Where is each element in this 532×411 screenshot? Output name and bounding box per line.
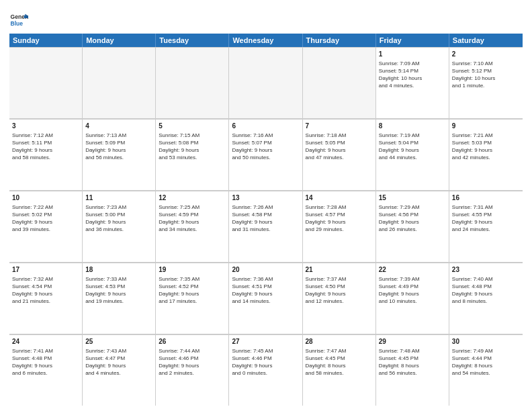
calendar: SundayMondayTuesdayWednesdayThursdayFrid…: [9, 34, 523, 406]
weekday-header: Monday: [83, 34, 156, 47]
day-number: 19: [159, 265, 226, 275]
day-info: Sunrise: 7:23 AM Sunset: 5:00 PM Dayligh…: [85, 203, 152, 234]
calendar-row: 24Sunrise: 7:41 AM Sunset: 4:48 PM Dayli…: [9, 334, 523, 406]
weekday-header: Tuesday: [156, 34, 229, 47]
day-info: Sunrise: 7:29 AM Sunset: 4:56 PM Dayligh…: [379, 203, 446, 234]
day-info: Sunrise: 7:44 AM Sunset: 4:46 PM Dayligh…: [159, 347, 226, 377]
calendar-cell: 8Sunrise: 7:19 AM Sunset: 5:04 PM Daylig…: [376, 120, 449, 190]
day-info: Sunrise: 7:37 AM Sunset: 4:50 PM Dayligh…: [306, 275, 373, 306]
day-number: 9: [452, 122, 520, 131]
day-number: 13: [232, 193, 299, 203]
day-info: Sunrise: 7:09 AM Sunset: 5:14 PM Dayligh…: [379, 60, 446, 90]
day-info: Sunrise: 7:40 AM Sunset: 4:48 PM Dayligh…: [452, 275, 520, 306]
day-number: 22: [379, 265, 446, 275]
day-number: 8: [379, 122, 446, 131]
calendar-cell: 1Sunrise: 7:09 AM Sunset: 5:14 PM Daylig…: [376, 48, 449, 118]
calendar-cell: 25Sunrise: 7:43 AM Sunset: 4:47 PM Dayli…: [83, 335, 156, 406]
calendar-cell: 5Sunrise: 7:15 AM Sunset: 5:08 PM Daylig…: [156, 120, 229, 190]
day-info: Sunrise: 7:28 AM Sunset: 4:57 PM Dayligh…: [306, 203, 373, 234]
day-number: 14: [306, 193, 373, 203]
weekday-header: Friday: [376, 34, 449, 47]
calendar-cell: 15Sunrise: 7:29 AM Sunset: 4:56 PM Dayli…: [376, 191, 449, 262]
calendar-cell: 13Sunrise: 7:26 AM Sunset: 4:58 PM Dayli…: [229, 191, 302, 262]
day-number: 1: [379, 50, 446, 59]
calendar-cell: [9, 48, 83, 118]
calendar-cell: 7Sunrise: 7:18 AM Sunset: 5:05 PM Daylig…: [303, 120, 376, 190]
calendar-cell: 9Sunrise: 7:21 AM Sunset: 5:03 PM Daylig…: [449, 120, 523, 190]
calendar-cell: 3Sunrise: 7:12 AM Sunset: 5:11 PM Daylig…: [9, 120, 83, 190]
day-number: 10: [12, 193, 79, 203]
calendar-cell: [303, 48, 376, 118]
day-info: Sunrise: 7:32 AM Sunset: 4:54 PM Dayligh…: [12, 275, 79, 306]
calendar-row: 17Sunrise: 7:32 AM Sunset: 4:54 PM Dayli…: [9, 263, 523, 334]
day-info: Sunrise: 7:48 AM Sunset: 4:45 PM Dayligh…: [379, 347, 446, 377]
day-number: 24: [12, 337, 79, 347]
day-info: Sunrise: 7:41 AM Sunset: 4:48 PM Dayligh…: [12, 347, 79, 377]
day-info: Sunrise: 7:18 AM Sunset: 5:05 PM Dayligh…: [306, 132, 373, 162]
day-number: 18: [85, 265, 152, 275]
day-info: Sunrise: 7:21 AM Sunset: 5:03 PM Dayligh…: [452, 132, 520, 162]
day-info: Sunrise: 7:43 AM Sunset: 4:47 PM Dayligh…: [85, 347, 152, 377]
calendar-cell: 23Sunrise: 7:40 AM Sunset: 4:48 PM Dayli…: [449, 263, 523, 334]
day-info: Sunrise: 7:13 AM Sunset: 5:09 PM Dayligh…: [85, 132, 152, 162]
day-info: Sunrise: 7:36 AM Sunset: 4:51 PM Dayligh…: [232, 275, 299, 306]
day-info: Sunrise: 7:16 AM Sunset: 5:07 PM Dayligh…: [232, 132, 299, 162]
day-info: Sunrise: 7:22 AM Sunset: 5:02 PM Dayligh…: [12, 203, 79, 234]
day-number: 26: [159, 337, 226, 347]
day-number: 2: [452, 50, 520, 59]
calendar-row: 1Sunrise: 7:09 AM Sunset: 5:14 PM Daylig…: [9, 47, 523, 119]
calendar-cell: 19Sunrise: 7:35 AM Sunset: 4:52 PM Dayli…: [156, 263, 229, 334]
weekday-header: Sunday: [9, 34, 83, 47]
day-number: 21: [306, 265, 373, 275]
day-number: 28: [306, 337, 373, 347]
day-info: Sunrise: 7:33 AM Sunset: 4:53 PM Dayligh…: [85, 275, 152, 306]
calendar-cell: 2Sunrise: 7:10 AM Sunset: 5:12 PM Daylig…: [449, 48, 523, 118]
day-info: Sunrise: 7:47 AM Sunset: 4:45 PM Dayligh…: [306, 347, 373, 377]
day-info: Sunrise: 7:10 AM Sunset: 5:12 PM Dayligh…: [452, 60, 520, 90]
day-number: 6: [232, 122, 299, 131]
day-number: 29: [379, 337, 446, 347]
calendar-cell: 12Sunrise: 7:25 AM Sunset: 4:59 PM Dayli…: [156, 191, 229, 262]
calendar-row: 10Sunrise: 7:22 AM Sunset: 5:02 PM Dayli…: [9, 191, 523, 263]
calendar-cell: 29Sunrise: 7:48 AM Sunset: 4:45 PM Dayli…: [376, 335, 449, 406]
calendar-cell: 18Sunrise: 7:33 AM Sunset: 4:53 PM Dayli…: [83, 263, 156, 334]
calendar-cell: 20Sunrise: 7:36 AM Sunset: 4:51 PM Dayli…: [229, 263, 302, 334]
weekday-header: Wednesday: [229, 34, 302, 47]
weekday-header: Saturday: [449, 34, 523, 47]
calendar-cell: 11Sunrise: 7:23 AM Sunset: 5:00 PM Dayli…: [83, 191, 156, 262]
day-number: 15: [379, 193, 446, 203]
svg-text:Blue: Blue: [11, 20, 24, 27]
day-number: 17: [12, 265, 79, 275]
calendar-cell: 6Sunrise: 7:16 AM Sunset: 5:07 PM Daylig…: [229, 120, 302, 190]
calendar-cell: 17Sunrise: 7:32 AM Sunset: 4:54 PM Dayli…: [9, 263, 83, 334]
calendar-cell: 27Sunrise: 7:45 AM Sunset: 4:46 PM Dayli…: [229, 335, 302, 406]
day-info: Sunrise: 7:39 AM Sunset: 4:49 PM Dayligh…: [379, 275, 446, 306]
calendar-cell: [229, 48, 302, 118]
day-info: Sunrise: 7:45 AM Sunset: 4:46 PM Dayligh…: [232, 347, 299, 377]
calendar-cell: 21Sunrise: 7:37 AM Sunset: 4:50 PM Dayli…: [303, 263, 376, 334]
calendar-cell: 30Sunrise: 7:49 AM Sunset: 4:44 PM Dayli…: [449, 335, 523, 406]
day-number: 30: [452, 337, 520, 347]
day-number: 27: [232, 337, 299, 347]
day-info: Sunrise: 7:12 AM Sunset: 5:11 PM Dayligh…: [12, 132, 79, 162]
day-number: 20: [232, 265, 299, 275]
day-info: Sunrise: 7:35 AM Sunset: 4:52 PM Dayligh…: [159, 275, 226, 306]
day-number: 4: [85, 122, 152, 131]
calendar-cell: 26Sunrise: 7:44 AM Sunset: 4:46 PM Dayli…: [156, 335, 229, 406]
day-info: Sunrise: 7:31 AM Sunset: 4:55 PM Dayligh…: [452, 203, 520, 234]
calendar-cell: [156, 48, 229, 118]
day-info: Sunrise: 7:26 AM Sunset: 4:58 PM Dayligh…: [232, 203, 299, 234]
day-info: Sunrise: 7:49 AM Sunset: 4:44 PM Dayligh…: [452, 347, 520, 377]
calendar-cell: 28Sunrise: 7:47 AM Sunset: 4:45 PM Dayli…: [303, 335, 376, 406]
day-number: 5: [159, 122, 226, 131]
calendar-cell: 16Sunrise: 7:31 AM Sunset: 4:55 PM Dayli…: [449, 191, 523, 262]
calendar-cell: 4Sunrise: 7:13 AM Sunset: 5:09 PM Daylig…: [83, 120, 156, 190]
day-number: 12: [159, 193, 226, 203]
calendar-row: 3Sunrise: 7:12 AM Sunset: 5:11 PM Daylig…: [9, 119, 523, 191]
calendar-cell: 14Sunrise: 7:28 AM Sunset: 4:57 PM Dayli…: [303, 191, 376, 262]
calendar-body: 1Sunrise: 7:09 AM Sunset: 5:14 PM Daylig…: [9, 47, 523, 406]
calendar-header: SundayMondayTuesdayWednesdayThursdayFrid…: [9, 34, 523, 47]
day-number: 3: [12, 122, 79, 131]
day-info: Sunrise: 7:15 AM Sunset: 5:08 PM Dayligh…: [159, 132, 226, 162]
day-number: 11: [85, 193, 152, 203]
